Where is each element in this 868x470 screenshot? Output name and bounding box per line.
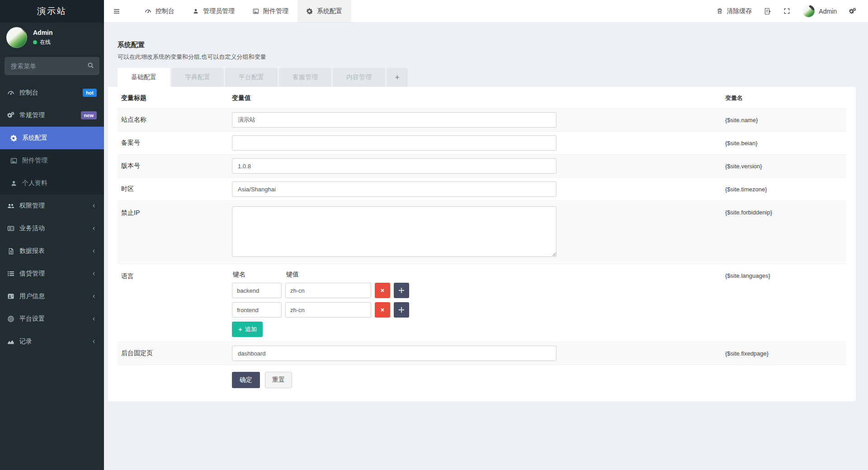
timezone-input[interactable] [232, 181, 557, 197]
sidebar-toggle-button[interactable] [104, 0, 129, 22]
language-kv-editor: 键名 键值 [232, 268, 725, 338]
navbar-left: 控制台 管理员管理 附件管理 系统配置 [104, 0, 351, 22]
remove-pair-button[interactable] [375, 302, 390, 318]
language-key-input[interactable] [232, 283, 282, 298]
tab-dictionary-config[interactable]: 字典配置 [171, 68, 224, 87]
reset-button[interactable]: 重置 [265, 372, 292, 388]
sidebar-item-general[interactable]: 常规管理 new [0, 104, 104, 127]
row-label: 备案号 [118, 139, 232, 147]
sidebar-item-records[interactable]: 记录 [0, 330, 104, 353]
new-badge: new [81, 111, 97, 119]
arrows-move-icon [398, 307, 405, 313]
tab-label: 管理员管理 [203, 7, 235, 15]
x-icon [380, 307, 385, 313]
kv-key-header: 键名 [233, 271, 286, 279]
add-group-tab-button[interactable]: + [387, 68, 408, 87]
menu-search-input[interactable] [5, 57, 99, 75]
table-header-row: 变量标题 变量值 变量名 [118, 87, 846, 109]
column-header-varname: 变量名 [725, 94, 846, 102]
sidebar-item-system-config[interactable]: 系统配置 [0, 127, 104, 149]
sidebar-item-business[interactable]: 业务活动 [0, 217, 104, 240]
row-varname: {$site.timezone} [725, 186, 846, 193]
kv-pair-row [232, 283, 725, 298]
clear-cache-button[interactable]: 清除缓存 [717, 7, 752, 15]
chevron-left-icon [91, 271, 97, 276]
language-key-input[interactable] [232, 302, 282, 318]
sidebar-item-attachments[interactable]: 附件管理 [0, 149, 104, 172]
language-value-input[interactable] [285, 302, 371, 318]
row-varname: {$site.version} [725, 163, 846, 170]
sidebar-item-label: 常规管理 [19, 111, 45, 119]
config-table: 变量标题 变量值 变量名 站点名称 {$site.name} 备案号 {$sit… [108, 87, 856, 401]
append-pair-button[interactable]: 追加 [232, 322, 263, 337]
user-menu[interactable]: Admin [802, 5, 837, 17]
move-pair-button[interactable] [394, 302, 409, 318]
search-icon[interactable] [87, 62, 94, 69]
table-row: 禁止IP {$site.forbiddenip} [118, 201, 846, 264]
brand-logo[interactable]: 演示站 [0, 0, 104, 23]
sidebar-item-label: 控制台 [19, 89, 38, 97]
tachometer-icon [145, 8, 151, 14]
newspaper-icon [7, 225, 14, 232]
site-name-input[interactable] [232, 112, 557, 128]
open-page-tabs: 控制台 管理员管理 附件管理 系统配置 [136, 0, 351, 22]
plus-icon: + [395, 73, 399, 81]
clear-cache-label: 清除缓存 [726, 7, 752, 15]
move-pair-button[interactable] [394, 283, 409, 298]
tab-dashboard[interactable]: 控制台 [136, 0, 184, 22]
bullseye-icon [7, 315, 14, 323]
navbar-right: 清除缓存 Admin [717, 0, 868, 22]
tab-label: 附件管理 [263, 7, 288, 15]
column-header-value: 变量值 [232, 94, 725, 102]
online-dot-icon [33, 40, 37, 44]
sidebar-item-dashboard[interactable]: 控制台 hot [0, 81, 104, 104]
fullscreen-icon[interactable] [783, 8, 790, 14]
config-panel: 系统配置 可以在此增改系统的变量和分组,也可以自定义分组和变量 基础配置 字典配… [108, 33, 856, 401]
app-root: 演示站 Admin 在线 控制台 hot [0, 0, 868, 470]
beian-input[interactable] [232, 135, 557, 151]
panel-heading: 系统配置 可以在此增改系统的变量和分组,也可以自定义分组和变量 基础配置 字典配… [108, 33, 856, 87]
plus-icon [238, 327, 243, 332]
tab-system-config[interactable]: 系统配置 [297, 0, 351, 22]
user-icon [10, 180, 17, 187]
row-label: 时区 [118, 185, 232, 193]
table-row: 后台固定页 {$site.fixedpage} [118, 342, 846, 365]
sidebar-menu: 控制台 hot 常规管理 new 系统配置 附件管理 个人 [0, 81, 104, 353]
tab-basic-config[interactable]: 基础配置 [118, 68, 170, 87]
form-actions-row: 确定 重置 [118, 365, 846, 395]
sidebar-item-profile[interactable]: 个人资料 [0, 172, 104, 195]
sidebar-item-platform-settings[interactable]: 平台设置 [0, 308, 104, 330]
chevron-left-icon [91, 294, 97, 299]
fixed-page-input[interactable] [232, 346, 557, 361]
submit-button[interactable]: 确定 [232, 372, 260, 388]
image-icon [253, 8, 259, 14]
chevron-left-icon [91, 203, 97, 209]
sidebar-item-user-info[interactable]: 用户信息 [0, 285, 104, 308]
append-label: 追加 [245, 325, 257, 333]
forbidden-ip-textarea[interactable] [232, 206, 557, 257]
user-name: Admin [33, 29, 53, 36]
tab-admin-management[interactable]: 管理员管理 [184, 0, 244, 22]
x-icon [380, 288, 385, 293]
main-content: 系统配置 可以在此增改系统的变量和分组,也可以自定义分组和变量 基础配置 字典配… [104, 0, 868, 470]
tab-platform-config[interactable]: 平台配置 [225, 68, 278, 87]
settings-cogs-icon[interactable] [849, 8, 856, 15]
sidebar-item-reports[interactable]: 数据报表 [0, 240, 104, 262]
chevron-left-icon [91, 226, 97, 231]
row-label: 语言 [118, 268, 232, 280]
sidebar-item-label: 附件管理 [22, 157, 47, 165]
sidebar-item-label: 数据报表 [19, 247, 45, 255]
tab-service-config[interactable]: 客服管理 [279, 68, 331, 87]
tab-content-config[interactable]: 内容管理 [333, 68, 385, 87]
sidebar-item-loans[interactable]: 借贷管理 [0, 262, 104, 285]
language-icon[interactable] [764, 8, 771, 15]
column-header-title: 变量标题 [118, 94, 232, 102]
version-input[interactable] [232, 158, 557, 174]
remove-pair-button[interactable] [375, 283, 390, 298]
row-label: 禁止IP [118, 204, 232, 217]
tab-attachments[interactable]: 附件管理 [244, 0, 297, 22]
language-value-input[interactable] [285, 283, 371, 298]
sidebar-item-permissions[interactable]: 权限管理 [0, 195, 104, 217]
tab-label: 控制台 [156, 7, 175, 15]
gear-icon [10, 135, 17, 142]
